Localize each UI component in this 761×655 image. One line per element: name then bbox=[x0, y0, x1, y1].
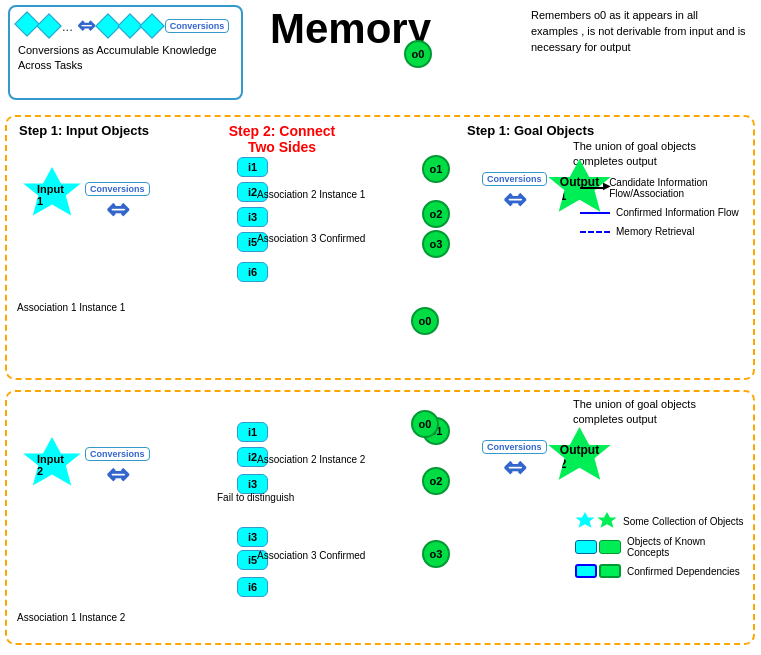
node-i6: i6 bbox=[237, 262, 268, 282]
node-i1-2: i1 bbox=[237, 422, 268, 442]
step1-right-label: Step 1: Goal Objects bbox=[467, 123, 594, 138]
legend2-confirmed: Confirmed Dependencies bbox=[575, 564, 745, 578]
assoc2-label-1: Association 2 Instance 1 bbox=[257, 189, 365, 200]
node-i6-2: i6 bbox=[237, 577, 268, 597]
legend-confirmed-green bbox=[599, 564, 621, 578]
accumulate-text: Conversions as Accumulable Knowledge Acr… bbox=[18, 43, 233, 73]
legend2-stars bbox=[575, 512, 617, 530]
conv-label-top: Conversions bbox=[165, 19, 230, 33]
input1-label: Input 1 bbox=[37, 183, 67, 207]
legend-blue-line bbox=[580, 212, 610, 214]
node-o1-1: o1 bbox=[422, 155, 450, 183]
legend2-rects-small bbox=[575, 540, 621, 554]
diamond-icon-5 bbox=[139, 13, 164, 38]
node-o0-mid: o0 bbox=[411, 307, 439, 335]
legend-candidate-text: Candidate Information Flow/Association bbox=[609, 177, 745, 199]
conv-arrow-right-1: Conversions ⇔ bbox=[482, 172, 547, 214]
conversions-top-box: ... ⇔ Conversions Conversions as Accumul… bbox=[8, 5, 243, 100]
node-o2-2: o2 bbox=[422, 467, 450, 495]
legend-confirmed-text: Confirmed Information Flow bbox=[616, 207, 739, 218]
assoc3-label-2: Association 3 Confirmed bbox=[257, 550, 365, 561]
dbl-arrow-right-2: ⇔ bbox=[503, 454, 526, 482]
legend-star-green bbox=[597, 512, 617, 530]
conv-arrow-left-1: Conversions ⇔ bbox=[85, 182, 150, 224]
assoc1-label-2: Association 1 Instance 2 bbox=[17, 612, 125, 623]
input2-star: Input 2 bbox=[22, 437, 82, 492]
node-i3-2: i3 bbox=[237, 474, 268, 494]
assoc2-label-2: Association 2 Instance 2 bbox=[257, 454, 365, 465]
step1-left-label: Step 1: Input Objects bbox=[19, 123, 149, 138]
output2-label: Output 2 bbox=[560, 443, 599, 471]
legend-memory: Memory Retrieval bbox=[580, 226, 745, 237]
legend2-known-text: Objects of Known Concepts bbox=[627, 536, 745, 558]
section-panel-1: Step 1: Input Objects Step 2: ConnectTwo… bbox=[5, 115, 755, 380]
conv-arrow-right-2: Conversions ⇔ bbox=[482, 440, 547, 482]
memory-note: Remembers o0 as it appears in all exampl… bbox=[531, 8, 746, 56]
dbl-arrow-left-1: ⇔ bbox=[106, 196, 129, 224]
conv-icons-row: ... ⇔ Conversions bbox=[18, 13, 233, 39]
legend-black-line bbox=[580, 187, 603, 189]
legend-confirmed: Confirmed Information Flow bbox=[580, 207, 745, 218]
input2-label: Input 2 bbox=[37, 453, 67, 477]
node-o0-top: o0 bbox=[404, 40, 432, 68]
output2-star: Output 2 bbox=[547, 427, 612, 487]
legend-rect-cyan bbox=[575, 540, 597, 554]
node-o3-2: o3 bbox=[422, 540, 450, 568]
conv-arrow-left-2: Conversions ⇔ bbox=[85, 447, 150, 489]
legend2-collection-text: Some Collection of Objects bbox=[623, 516, 744, 527]
legend2-known: Objects of Known Concepts bbox=[575, 536, 745, 558]
assoc1-label-1: Association 1 Instance 1 bbox=[17, 302, 125, 313]
double-arrow-top: ⇔ bbox=[77, 13, 95, 39]
dbl-arrow-right-1: ⇔ bbox=[503, 186, 526, 214]
node-o2-1: o2 bbox=[422, 200, 450, 228]
node-o0-bot: o0 bbox=[411, 410, 439, 438]
legend-star-cyan bbox=[575, 512, 595, 530]
legend-candidate: Candidate Information Flow/Association bbox=[580, 177, 745, 199]
diamond-icon-1 bbox=[18, 15, 36, 37]
legend-rect-green bbox=[599, 540, 621, 554]
assoc3-label-1: Association 3 Confirmed bbox=[257, 233, 365, 244]
legend2-collection: Some Collection of Objects bbox=[575, 512, 745, 530]
legend-dashed-line bbox=[580, 231, 610, 233]
diamond-icon-2 bbox=[36, 13, 61, 38]
main-container: ... ⇔ Conversions Conversions as Accumul… bbox=[0, 0, 761, 655]
legend-1: Candidate Information Flow/Association C… bbox=[580, 177, 745, 239]
goal-union-text-2: The union of goal objects completes outp… bbox=[573, 397, 743, 428]
fail-to-distinguish: Fail to distinguish bbox=[217, 492, 294, 503]
node-i3: i3 bbox=[237, 207, 268, 227]
legend-2: Some Collection of Objects Objects of Kn… bbox=[575, 512, 745, 580]
node-o3-1: o3 bbox=[422, 230, 450, 258]
legend2-confirmed-text: Confirmed Dependencies bbox=[627, 566, 740, 577]
dbl-arrow-left-2: ⇔ bbox=[106, 461, 129, 489]
node-i3-dup: i3 bbox=[237, 527, 268, 547]
section-panel-2: The union of goal objects completes outp… bbox=[5, 390, 755, 645]
input1-star: Input 1 bbox=[22, 167, 82, 222]
step2-center-label: Step 2: ConnectTwo Sides bbox=[222, 123, 342, 155]
legend2-confirmed-rects bbox=[575, 564, 621, 578]
node-i1: i1 bbox=[237, 157, 268, 177]
legend-memory-text: Memory Retrieval bbox=[616, 226, 694, 237]
legend-confirmed-cyan bbox=[575, 564, 597, 578]
